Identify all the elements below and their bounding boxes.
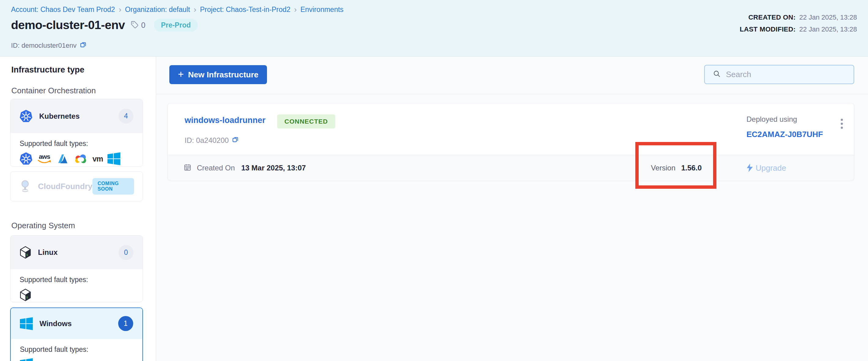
infrastructure-id-row: ID: 0a240200	[185, 136, 239, 145]
windows-card-header: Windows 1	[11, 308, 143, 339]
sidebar-heading: Infrastructure type	[11, 65, 85, 75]
breadcrumb-separator: ›	[294, 6, 297, 13]
new-infrastructure-label: New Infrastructure	[188, 70, 258, 79]
kubernetes-card-header: Kubernetes 4	[10, 99, 143, 133]
sidebar-card-linux[interactable]: $ Linux 0 Supported fault types: $	[10, 235, 143, 302]
linux-icon: $	[20, 246, 31, 259]
environment-details-main: + New Infrastructure windows-loadrunner …	[156, 57, 868, 361]
created-on-label: Created On	[197, 164, 235, 172]
infrastructure-card-footer: Created On 13 Mar 2025, 13:07 Version 1.…	[168, 155, 854, 180]
tag-icon	[130, 21, 139, 30]
created-on-label: CREATED ON:	[748, 13, 796, 22]
copy-icon[interactable]	[80, 41, 87, 50]
infrastructure-card: windows-loadrunner CONNECTED ID: 0a24020…	[167, 103, 854, 180]
linux-card-body: Supported fault types: $	[10, 269, 143, 301]
linux-card-header: $ Linux 0	[10, 236, 143, 269]
gcp-icon	[74, 152, 88, 165]
sidebar-card-cloudfoundry: CloudFoundry COMING SOON	[10, 171, 143, 201]
supported-fault-types-label: Supported fault types:	[20, 346, 133, 354]
breadcrumb-separator: ›	[194, 6, 196, 13]
toolbar-divider	[156, 94, 868, 94]
infrastructure-type-sidebar: Infrastructure type Container Orchestrat…	[0, 57, 156, 361]
sidebar-card-kubernetes[interactable]: Kubernetes 4 Supported fault types: aws	[10, 99, 143, 167]
breadcrumb-project[interactable]: Project: Chaos-Test-in-Prod2	[200, 5, 290, 14]
windows-icon	[20, 317, 33, 330]
version-label: Version	[651, 164, 675, 172]
kubernetes-count-badge: 4	[119, 109, 133, 124]
breadcrumb-account[interactable]: Account: Chaos Dev Team Prod2	[11, 5, 115, 14]
section-container-orchestration: Container Orchestration	[11, 86, 96, 95]
version-value: 1.56.0	[681, 164, 702, 172]
deployed-using-label: Deployed using	[746, 115, 797, 124]
tags-control[interactable]: 0	[130, 21, 146, 30]
upgrade-button[interactable]: Upgrade	[746, 163, 786, 172]
vmware-icon: vm	[92, 152, 103, 165]
windows-card-body: Supported fault types:	[11, 339, 143, 361]
status-badge: CONNECTED	[277, 114, 335, 129]
breadcrumb-organization[interactable]: Organization: default	[125, 5, 190, 14]
sidebar-card-windows[interactable]: Windows 1 Supported fault types:	[10, 307, 143, 361]
created-on-value: 13 Mar 2025, 13:07	[241, 164, 306, 172]
section-operating-system: Operating System	[11, 221, 75, 230]
new-infrastructure-button[interactable]: + New Infrastructure	[169, 65, 267, 84]
supported-fault-types-label: Supported fault types:	[20, 139, 133, 148]
last-modified-row: LAST MODIFIED: 22 Jan 2025, 13:28	[740, 25, 857, 33]
azure-icon	[56, 152, 69, 165]
windows-label: Windows	[39, 319, 72, 328]
environment-id-row: ID: democluster01env	[11, 41, 87, 50]
search-input[interactable]	[726, 70, 850, 79]
last-modified-value: 22 Jan 2025, 13:28	[799, 25, 857, 33]
deployed-using-link[interactable]: EC2AMAZ-J0B7UHF	[746, 130, 823, 139]
infrastructure-id: ID: 0a240200	[185, 136, 229, 145]
kubernetes-label: Kubernetes	[39, 112, 80, 121]
breadcrumb-separator: ›	[119, 6, 122, 13]
plus-icon: +	[178, 70, 184, 79]
supported-fault-types-label: Supported fault types:	[20, 276, 133, 284]
aws-icon: aws	[37, 152, 52, 165]
linux-count-badge: 0	[119, 245, 133, 260]
windows-icon	[20, 358, 33, 361]
cloudfoundry-icon	[19, 180, 31, 193]
created-on-value: 22 Jan 2025, 13:28	[799, 13, 857, 22]
svg-text:$: $	[26, 296, 28, 299]
copy-icon[interactable]	[232, 136, 239, 145]
linux-fault-type-icons: $	[20, 289, 133, 301]
windows-icon	[107, 152, 120, 165]
breadcrumb: Account: Chaos Dev Team Prod2 › Organiza…	[11, 5, 343, 14]
created-on-row: CREATED ON: 22 Jan 2025, 13:28	[740, 13, 857, 22]
search-box	[704, 65, 854, 84]
tag-count: 0	[141, 21, 146, 30]
calendar-icon	[184, 163, 191, 172]
cloudfoundry-label: CloudFoundry	[38, 182, 92, 191]
search-icon	[713, 70, 721, 79]
svg-text:$: $	[26, 253, 28, 256]
environment-id: ID: democluster01env	[11, 42, 76, 50]
windows-fault-type-icons	[20, 358, 133, 361]
coming-soon-badge: COMING SOON	[92, 178, 134, 195]
linux-label: Linux	[38, 248, 58, 257]
kubernetes-card-body: Supported fault types: aws vm	[10, 133, 143, 165]
page-title: demo-cluster-01-env	[11, 19, 125, 32]
lightning-icon	[746, 164, 753, 172]
windows-count-badge: 1	[118, 316, 133, 331]
environment-type-badge: Pre-Prod	[154, 19, 198, 32]
title-row: demo-cluster-01-env 0 Pre-Prod	[11, 19, 198, 32]
app-window: Account: Chaos Dev Team Prod2 › Organiza…	[0, 0, 868, 361]
kubernetes-icon	[20, 110, 32, 123]
infrastructure-name-link[interactable]: windows-loadrunner	[185, 116, 266, 125]
header-meta: CREATED ON: 22 Jan 2025, 13:28 LAST MODI…	[740, 13, 857, 33]
upgrade-label: Upgrade	[756, 163, 786, 172]
kubernetes-fault-type-icons: aws vm	[20, 152, 133, 165]
last-modified-label: LAST MODIFIED:	[740, 25, 796, 33]
linux-icon: $	[20, 289, 31, 301]
page-header: Account: Chaos Dev Team Prod2 › Organiza…	[0, 0, 868, 57]
kebab-menu-icon[interactable]	[839, 117, 845, 131]
kubernetes-icon	[20, 152, 32, 165]
breadcrumb-environments[interactable]: Environments	[300, 5, 343, 14]
